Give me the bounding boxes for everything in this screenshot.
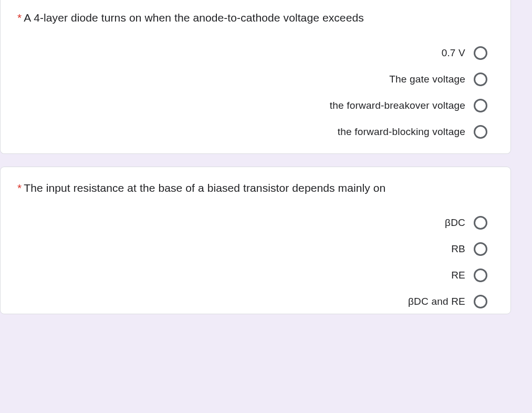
radio-icon[interactable] [474,46,487,60]
option-q1-2[interactable]: the forward-breakover voltage [330,99,487,112]
required-marker: * [17,182,22,194]
option-q2-3[interactable]: βDC and RE [408,295,487,308]
radio-icon[interactable] [474,99,487,112]
question-text-2: *The input resistance at the base of a b… [17,180,494,197]
option-label: the forward-breakover voltage [330,100,465,111]
radio-icon[interactable] [474,295,487,308]
option-label: RB [451,243,465,255]
option-label: βDC and RE [408,296,465,307]
radio-icon[interactable] [474,216,487,230]
options-group-1: 0.7 V The gate voltage the forward-break… [17,46,494,139]
option-q1-0[interactable]: 0.7 V [442,46,487,60]
question-label: A 4-layer diode turns on when the anode-… [24,12,364,24]
option-label: RE [451,270,465,281]
option-q2-1[interactable]: RB [451,242,487,256]
option-label: βDC [445,217,465,229]
radio-icon[interactable] [474,242,487,256]
question-label: The input resistance at the base of a bi… [24,182,385,194]
radio-icon[interactable] [474,125,487,139]
radio-icon[interactable] [474,269,487,282]
option-q2-2[interactable]: RE [451,269,487,282]
question-text-1: *A 4-layer diode turns on when the anode… [17,9,494,26]
option-q1-3[interactable]: the forward-blocking voltage [338,125,487,139]
option-q1-1[interactable]: The gate voltage [389,73,487,86]
options-group-2: βDC RB RE βDC and RE [17,216,494,308]
radio-icon[interactable] [474,73,487,86]
required-marker: * [17,12,22,24]
question-card-2: *The input resistance at the base of a b… [0,167,511,315]
option-label: the forward-blocking voltage [338,126,465,138]
option-label: The gate voltage [389,74,465,85]
question-card-1: *A 4-layer diode turns on when the anode… [0,0,511,154]
option-label: 0.7 V [442,47,465,59]
option-q2-0[interactable]: βDC [445,216,487,230]
